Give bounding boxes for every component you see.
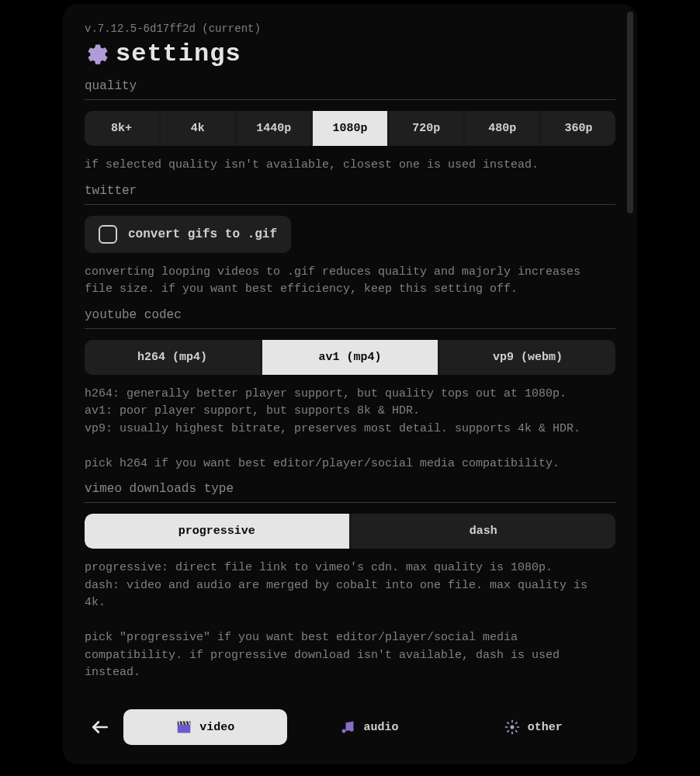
tab-label-audio: audio bbox=[363, 721, 398, 734]
tab-audio[interactable]: audio bbox=[287, 709, 451, 745]
back-button[interactable] bbox=[85, 708, 116, 746]
gear-icon bbox=[85, 43, 108, 66]
title-row: settings bbox=[85, 40, 615, 68]
quality-section-label: quality bbox=[85, 79, 615, 100]
clapperboard-icon bbox=[176, 719, 192, 735]
vimeo-caption: progressive: direct file link to vimeo's… bbox=[85, 559, 615, 682]
quality-caption: if selected quality isn't available, clo… bbox=[85, 157, 615, 175]
quality-option-480p[interactable]: 480p bbox=[466, 111, 539, 146]
quality-option-360p[interactable]: 360p bbox=[542, 111, 615, 146]
twitter-gif-checkbox-label: convert gifs to .gif bbox=[128, 227, 277, 241]
arrow-left-icon bbox=[90, 717, 110, 737]
svg-point-4 bbox=[350, 728, 354, 732]
music-note-icon bbox=[340, 719, 355, 735]
settings-panel: v.7.12.5-6d17ff2d (current) settings qua… bbox=[63, 4, 637, 764]
twitter-section-label: twitter bbox=[85, 184, 615, 205]
codec-option-group: h264 (mp4)av1 (mp4)vp9 (webm) bbox=[85, 340, 615, 375]
vimeo-section-label: vimeo downloads type bbox=[85, 482, 615, 503]
version-text: v.7.12.5-6d17ff2d (current) bbox=[85, 23, 615, 35]
quality-option-8k[interactable]: 8k+ bbox=[85, 111, 158, 146]
svg-rect-1 bbox=[178, 724, 191, 733]
vimeo-option-progressive[interactable]: progressive bbox=[85, 514, 349, 549]
codec-option-h264mp4[interactable]: h264 (mp4) bbox=[85, 340, 260, 375]
settings-icon bbox=[504, 719, 520, 735]
tab-video[interactable]: video bbox=[123, 709, 287, 745]
vimeo-option-group: progressivedash bbox=[85, 514, 615, 549]
codec-option-av1mp4[interactable]: av1 (mp4) bbox=[262, 340, 438, 375]
twitter-gif-checkbox-row[interactable]: convert gifs to .gif bbox=[85, 216, 291, 253]
twitter-caption: converting looping videos to .gif reduce… bbox=[85, 264, 615, 299]
page-title: settings bbox=[116, 40, 241, 68]
tab-label-other: other bbox=[528, 721, 563, 734]
quality-option-4k[interactable]: 4k bbox=[161, 111, 234, 146]
tab-group: videoaudioother bbox=[123, 709, 615, 745]
bottom-tab-bar: videoaudioother bbox=[85, 708, 615, 746]
quality-option-1440p[interactable]: 1440p bbox=[237, 111, 310, 146]
vimeo-option-dash[interactable]: dash bbox=[352, 514, 616, 549]
tab-other[interactable]: other bbox=[452, 709, 615, 745]
quality-option-1080p[interactable]: 1080p bbox=[313, 111, 386, 146]
codec-option-vp9webm[interactable]: vp9 (webm) bbox=[440, 340, 615, 375]
codec-caption: h264: generally better player support, b… bbox=[85, 386, 615, 473]
checkbox-icon bbox=[99, 225, 117, 244]
scrollbar[interactable] bbox=[627, 12, 633, 710]
codec-section-label: youtube codec bbox=[85, 308, 615, 329]
svg-point-5 bbox=[510, 726, 514, 729]
svg-point-3 bbox=[342, 729, 346, 733]
quality-option-720p[interactable]: 720p bbox=[390, 111, 463, 146]
quality-option-group: 8k+4k1440p1080p720p480p360p bbox=[85, 111, 615, 146]
tab-label-video: video bbox=[199, 721, 234, 734]
